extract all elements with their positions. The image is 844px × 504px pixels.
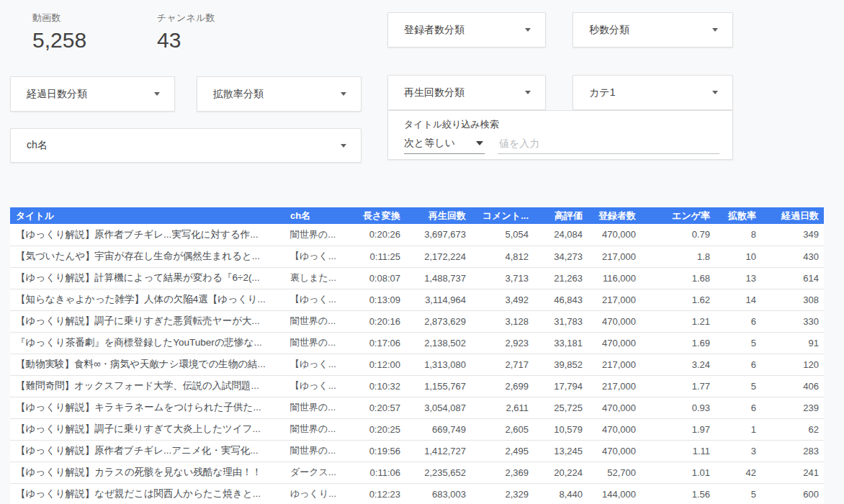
table-cell: 1.62 [641, 289, 715, 310]
column-header[interactable]: 長さ変換 [352, 207, 405, 224]
column-header[interactable]: ch名 [290, 207, 352, 224]
table-cell: 1.21 [641, 310, 715, 332]
table-row[interactable]: 【ゆっくり解説】キラキラネームをつけられた子供た...闇世界の...0:20:5… [10, 397, 824, 418]
column-header[interactable]: タイトル [10, 207, 290, 224]
filter-label: 秒数分類 [589, 24, 629, 37]
table-cell: 6 [715, 397, 761, 418]
table-cell: 10 [715, 246, 761, 267]
table-cell: 1.97 [641, 418, 715, 440]
column-header[interactable]: 経過日数 [761, 207, 824, 224]
dropdown-arrow-icon [341, 92, 346, 96]
table-cell: 闇世界の... [290, 418, 352, 440]
filter-play-count-category[interactable]: 再生回数分類 [387, 75, 546, 110]
table-cell: 【知らなきゃよかった雑学】人体の欠陥4選【ゆっくり... [10, 289, 290, 310]
table-cell: 【ゆっく... [290, 354, 352, 375]
table-cell: 614 [761, 267, 824, 289]
table-cell: 【ゆっく... [290, 375, 352, 397]
table-cell: 0:12:23 [352, 483, 405, 504]
filter-label: 経過日数分類 [27, 88, 87, 101]
table-row[interactable]: 【動物実験】食料∞・病気や天敵ナシ環境での生物の結...【ゆっく...0:12:… [10, 354, 824, 375]
scorecard-channel-count: チャンネル数 43 [157, 12, 215, 53]
filter-subscriber-category[interactable]: 登録者数分類 [387, 12, 546, 48]
column-header[interactable]: コメント... [471, 207, 534, 224]
scorecard-video-count: 動画数 5,258 [32, 12, 86, 53]
table-row[interactable]: 【ゆっくり解説】なぜ親だこは関西人からたこ焼きと...ゆっくり...0:12:2… [10, 483, 824, 504]
table-row[interactable]: 【気づいたんや】宇宙が存在し生命が偶然生まれると...【ゆっく...0:11:2… [10, 246, 824, 267]
search-operator-select[interactable]: 次と等しい [404, 135, 485, 154]
table-cell: 6 [715, 354, 761, 375]
table-row[interactable]: 【知らなきゃよかった雑学】人体の欠陥4選【ゆっくり...【ゆっく...0:13:… [10, 289, 824, 310]
table-cell: 13 [715, 267, 761, 289]
table-cell: 600 [761, 483, 824, 504]
column-header[interactable]: 登録者数 [588, 207, 641, 224]
table-cell: 【ゆっくり解説】カラスの死骸を見ない残酷な理由！！ [10, 462, 290, 483]
table-cell: ゆっくり... [290, 483, 352, 504]
table-cell: 239 [761, 397, 824, 418]
table-row[interactable]: 【難問奇問】オックスフォード大学、伝説の入試問題...【ゆっく...0:10:3… [10, 375, 824, 397]
table-cell: 2,495 [471, 440, 534, 462]
table-cell: 14 [715, 289, 761, 310]
table-cell: 0:12:00 [352, 354, 405, 375]
table-cell: 0:10:32 [352, 375, 405, 397]
filter-seconds-category[interactable]: 秒数分類 [573, 12, 733, 48]
metric-value: 5,258 [32, 28, 86, 53]
table-cell: 39,852 [534, 354, 588, 375]
table-cell: 308 [761, 289, 824, 310]
table-cell: 2,369 [471, 462, 534, 483]
metric-label: 動画数 [32, 12, 86, 24]
table-row[interactable]: 【ゆっくり解説】原作者ブチギレ...実写化に対する作...闇世界の...0:20… [10, 224, 824, 246]
column-header[interactable]: 高評価 [534, 207, 588, 224]
table-cell: 0:20:57 [352, 397, 405, 418]
table-cell: 330 [761, 310, 824, 332]
dropdown-arrow-icon [525, 28, 531, 32]
table-cell: 2,172,224 [405, 246, 471, 267]
table-row[interactable]: 【ゆっくり解説】計算機によって結果が変わる『6÷2(...裏しまた...0:08… [10, 267, 824, 289]
table-row[interactable]: 【ゆっくり解説】調子に乗りすぎて大炎上したツイフ...闇世界の...0:20:2… [10, 418, 824, 440]
table-cell: 470,000 [588, 332, 641, 354]
table-cell: 【ゆっくり解説】原作者ブチギレ...実写化に対する作... [10, 224, 290, 246]
table-cell: 3,713 [471, 267, 534, 289]
table-cell: 470,000 [588, 224, 641, 246]
table-cell: 5 [715, 375, 761, 397]
column-header[interactable]: 拡散率 [715, 207, 761, 224]
table-row[interactable]: 『ゆっくり茶番劇』を商標登録したYouTuberの悲惨な...闇世界の...0:… [10, 332, 824, 354]
table-header-row: タイトルch名長さ変換再生回数コメント...高評価登録者数エンゲ率拡散率経過日数 [10, 207, 824, 224]
table-cell: 3,128 [471, 310, 534, 332]
title-search-input[interactable] [498, 136, 719, 154]
table-cell: 0:17:06 [352, 332, 405, 354]
metric-label: チャンネル数 [157, 12, 215, 24]
column-header[interactable]: エンゲ率 [641, 207, 715, 224]
table-cell: 217,000 [588, 354, 641, 375]
table-cell: 1,313,080 [405, 354, 471, 375]
table-cell: 17,794 [534, 375, 588, 397]
table-cell: 【動物実験】食料∞・病気や天敵ナシ環境での生物の結... [10, 354, 290, 375]
table-cell: 【ゆっくり解説】計算機によって結果が変わる『6÷2(... [10, 267, 290, 289]
table-cell: 1.11 [641, 440, 715, 462]
table-row[interactable]: 【ゆっくり解説】原作者ブチギレ...アニメ化・実写化...闇世界の...0:19… [10, 440, 824, 462]
table-cell: 0.79 [641, 224, 715, 246]
table-cell: 1.56 [641, 483, 715, 504]
filter-spread-rate-category[interactable]: 拡散率分類 [197, 76, 362, 112]
filter-category-1[interactable]: カテ1 [573, 75, 733, 110]
table-cell: 20,224 [534, 462, 588, 483]
table-cell: 1.77 [641, 375, 715, 397]
table-row[interactable]: 【ゆっくり解説】調子に乗りすぎた悪質転売ヤーが大...闇世界の...0:20:1… [10, 310, 824, 332]
table-cell: 34,273 [534, 246, 588, 267]
table-cell: 1,412,727 [405, 440, 471, 462]
table-cell: 31,783 [534, 310, 588, 332]
table-cell: ダークス... [290, 462, 352, 483]
table-cell: 3.24 [641, 354, 715, 375]
table-cell: 144,000 [588, 483, 641, 504]
table-cell: 2,605 [471, 418, 534, 440]
table-cell: 『ゆっくり茶番劇』を商標登録したYouTuberの悲惨な... [10, 332, 290, 354]
table-cell: 4,812 [471, 246, 534, 267]
column-header[interactable]: 再生回数 [405, 207, 471, 224]
filter-channel-name[interactable]: ch名 [10, 128, 362, 163]
table-cell: 1,488,737 [405, 267, 471, 289]
table-row[interactable]: 【ゆっくり解説】カラスの死骸を見ない残酷な理由！！ダークス...0:11:062… [10, 462, 824, 483]
table-cell: 2,699 [471, 375, 534, 397]
filter-elapsed-days-category[interactable]: 経過日数分類 [10, 76, 175, 112]
dropdown-arrow-icon [341, 144, 346, 148]
table-cell: 1,155,767 [405, 375, 471, 397]
table-cell: 2,235,652 [405, 462, 471, 483]
